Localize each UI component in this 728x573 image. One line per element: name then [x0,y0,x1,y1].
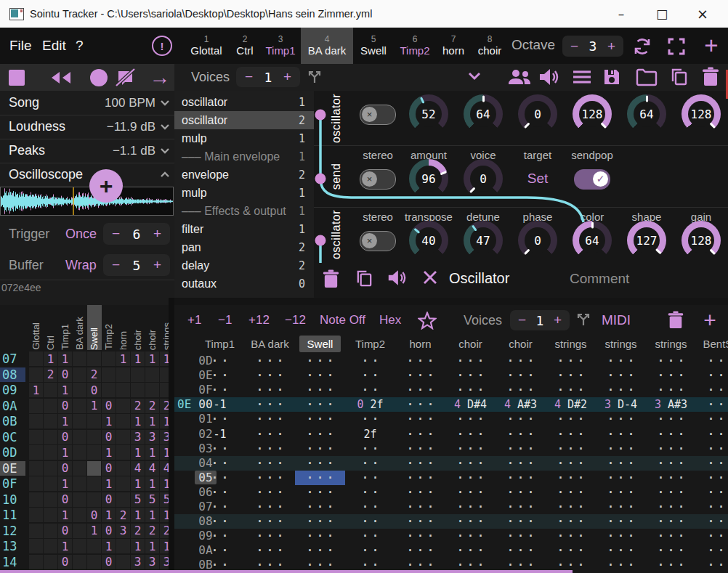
pattern-cell[interactable]: 1 [102,445,116,460]
note-cell[interactable]: ··· [646,412,696,426]
pattern-cell[interactable] [73,508,86,522]
note-cell[interactable]: ·· [345,354,395,368]
note-cell[interactable]: ·· [195,500,245,514]
note-cell[interactable]: ··· [395,543,445,558]
param-knob[interactable]: 64 [627,94,666,134]
note-cell[interactable]: ·· [345,471,395,485]
pattern-cell[interactable] [116,414,130,428]
copy-unit-icon[interactable] [355,269,374,288]
param-knob[interactable]: 64 [464,94,503,134]
note-cell[interactable]: ··· [646,471,696,485]
pattern-cell[interactable]: 1 [102,508,116,522]
note-cell[interactable]: ··· [696,397,728,412]
pattern-cell[interactable]: 1 [160,351,169,366]
pattern-cell[interactable] [44,492,57,507]
buffer-plus[interactable]: + [153,257,161,273]
pattern-column-header-swell[interactable]: Swell [87,305,102,350]
split-voices-icon[interactable] [575,312,591,328]
pattern-cell[interactable] [29,351,43,366]
pattern-cell[interactable]: 1 [131,445,145,460]
note-column-header-strings[interactable]: strings [600,336,642,352]
pattern-cell[interactable]: 2 [160,524,169,538]
note-cell[interactable]: ··· [395,427,445,442]
pattern-cell[interactable] [160,383,169,397]
note-cell[interactable]: ··· [245,354,295,368]
note-cell[interactable]: ··· [596,354,646,368]
menu-file[interactable]: File [9,28,32,64]
pattern-column-header-timp1[interactable]: Timp1 [58,305,73,350]
pattern-cell[interactable]: 3 [131,430,145,444]
pattern-row-label[interactable]: 0D [0,445,25,460]
note-cell[interactable]: ··· [496,442,546,456]
pattern-cell[interactable]: 3 [160,430,169,444]
note-cell[interactable]: ··· [295,543,345,558]
minimize-button[interactable]: – [604,0,638,27]
loudness-row[interactable]: Loudness −11.9 dB [0,115,174,139]
note-cell[interactable]: ··· [245,500,295,514]
pattern-cell[interactable] [73,555,86,569]
note-cell[interactable]: ··· [395,529,445,543]
note-cell[interactable]: 4 D#4 [445,397,496,412]
note-cell[interactable]: ··· [445,442,496,456]
add-unit-button[interactable]: + [89,169,123,203]
pattern-cell[interactable] [116,445,130,460]
pattern-cell[interactable] [116,476,130,491]
transpose-plus12-button[interactable]: +12 [248,305,270,336]
note-cell[interactable]: ··· [295,397,345,412]
note-cell[interactable]: ··· [445,354,496,368]
pattern-cell[interactable]: 1 [131,539,145,553]
pattern-cell[interactable] [44,508,57,522]
note-cell[interactable]: 0 2f [345,397,395,412]
unit-list-item[interactable]: envelope2 [174,166,314,184]
pattern-cell[interactable]: 0 [58,461,72,476]
gain-knob[interactable]: 128 [682,221,721,260]
pattern-cell[interactable] [87,430,101,444]
pattern-row-label[interactable]: 14 [0,555,25,569]
pattern-row-label[interactable]: 0C [0,430,25,444]
note-column-header-swell[interactable]: Swell [299,336,341,352]
note-cell[interactable]: ··· [395,514,445,529]
note-cell[interactable]: ··· [596,558,646,572]
peaks-row[interactable]: Peaks −1.1 dB [0,139,174,163]
note-cell[interactable]: ··· [596,427,646,442]
note-cell[interactable]: ··· [245,442,295,456]
pattern-cell[interactable]: 1 [145,508,159,522]
note-cell[interactable]: ··· [496,543,546,558]
sendpop-toggle[interactable]: ✓ [574,169,610,190]
note-cell[interactable]: ··· [546,485,596,500]
transpose-minus1-button[interactable]: −1 [218,305,232,336]
pattern-cell[interactable] [116,399,130,413]
note-cell[interactable]: -1 [195,427,245,442]
pattern-cell[interactable] [73,539,86,553]
unit-list-item[interactable]: oscillator1 [174,93,314,111]
note-cell[interactable]: ·· [345,383,395,397]
pattern-cell[interactable] [87,414,101,428]
menu-edit[interactable]: Edit [42,28,66,64]
note-cell[interactable]: ··· [596,485,646,500]
note-cell[interactable]: ··· [696,383,728,397]
param-knob[interactable]: 0 [518,94,557,134]
note-cell[interactable]: ··· [546,471,596,485]
pattern-cell[interactable] [116,383,130,397]
voice-knob[interactable]: 0 [464,159,503,198]
note-cell[interactable]: ··· [395,456,445,471]
pattern-cell[interactable]: 2 [44,367,57,382]
chevron-down-icon[interactable] [155,99,174,106]
pattern-cell[interactable]: 1 [131,508,145,522]
note-cell[interactable]: ·· [345,368,395,383]
record-icon[interactable] [90,69,108,86]
note-cell[interactable]: ·· [345,543,395,558]
note-cell[interactable]: ··· [496,471,546,485]
users-icon[interactable] [507,68,532,86]
note-cell[interactable]: ··· [546,500,596,514]
note-cell[interactable]: ··· [445,471,496,485]
note-cell[interactable]: ··· [646,354,696,368]
pattern-row-label[interactable]: 07 [0,351,25,366]
note-column-header-strings[interactable]: strings [550,336,591,352]
pattern-cell[interactable]: 0 [102,492,116,507]
note-cell[interactable]: ··· [646,383,696,397]
pattern-cell[interactable]: 1 [44,351,57,366]
chevron-up-icon[interactable] [155,171,174,178]
pattern-cell[interactable]: 1 [58,476,72,491]
note-cell[interactable]: ··· [395,397,445,412]
